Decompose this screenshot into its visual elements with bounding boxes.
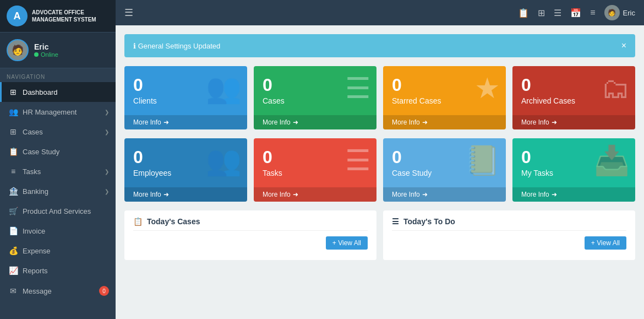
todays-cases-footer: + View All [133,236,368,250]
card-cases: 0 Cases ☰ More Info ➜ [254,66,376,129]
topbar-calendar-icon[interactable]: 📅 [570,8,581,18]
sidebar-item-invoice[interactable]: 📄 Invoice [0,221,116,241]
user-name: Eric [34,42,58,51]
tasks-bg-icon: ☰ [345,144,371,177]
user-section: 🧑 Eric Online [0,33,116,68]
employees-more-info[interactable]: More Info ➜ [124,187,247,202]
app-logo: A ADVOCATE OFFICE MANAGEMENT SYSTEM [0,0,116,33]
starred-icon: ★ [474,72,500,105]
card-clients: 0 Clients 👥 More Info ➜ [124,66,247,129]
todays-todo-footer: + View All [392,236,626,250]
topbar-menu-icon[interactable]: ≡ [590,8,595,18]
my-tasks-icon: 📥 [594,144,630,177]
logo-icon: A [7,6,28,26]
card-my-tasks: 0 My Tasks 📥 More Info ➜ [512,138,635,202]
banking-icon: 🏦 [8,187,18,196]
todays-todo-header: ☰ Today's To Do [392,217,626,231]
tasks-more-info[interactable]: More Info ➜ [254,187,376,202]
status-dot [34,52,39,57]
hamburger-button[interactable]: ☰ [124,7,133,19]
topbar-username: Eric [623,9,635,17]
sidebar: A ADVOCATE OFFICE MANAGEMENT SYSTEM 🧑 Er… [0,0,116,319]
hr-icon: 👥 [8,107,18,116]
alert-icon: ℹ [133,42,138,50]
alert-banner: ℹ General Settings Updated × [124,34,635,57]
sidebar-item-banking[interactable]: 🏦 Banking ❯ [0,181,116,201]
arrow-icon: ❯ [105,109,109,115]
page-content: ℹ General Settings Updated × 0 Clients 👥… [116,25,644,319]
cases-more-info[interactable]: More Info ➜ [254,115,376,129]
arrow-icon: ❯ [105,169,109,175]
topbar: ☰ 📋 ⊞ ☰ 📅 ≡ 🧑 Eric [116,0,644,25]
cases-panel-icon: 📋 [133,217,143,226]
nav-label: Navigation [0,68,116,82]
employees-icon: 👥 [206,144,242,177]
todays-cases-header: 📋 Today's Cases [133,217,368,231]
avatar: 🧑 [7,39,29,61]
cards-row-1: 0 Clients 👥 More Info ➜ 0 Cases ☰ More I… [124,66,635,129]
product-icon: 🛒 [8,207,18,215]
clients-more-info[interactable]: More Info ➜ [124,115,247,129]
todo-view-all-button[interactable]: + View All [585,236,626,250]
sidebar-item-product-services[interactable]: 🛒 Product And Services [0,201,116,221]
topbar-user[interactable]: 🧑 Eric [604,5,635,20]
cases-bg-icon: ☰ [345,72,371,105]
invoice-icon: 📄 [8,226,18,235]
todo-panel-icon: ☰ [392,217,399,226]
card-starred-cases: 0 Starred Cases ★ More Info ➜ [383,66,506,129]
topbar-grid-icon[interactable]: ⊞ [538,8,545,18]
card-archived-cases: 0 Archived Cases 🗂 More Info ➜ [512,66,635,129]
app-name: ADVOCATE OFFICE MANAGEMENT SYSTEM [32,9,96,23]
case-study-icon: 📋 [8,147,18,156]
case-study-more-info[interactable]: More Info ➜ [383,187,506,202]
arrow-icon: ❯ [105,129,109,135]
archived-icon: 🗂 [601,72,630,105]
sidebar-item-case-study[interactable]: 📋 Case Study [0,142,116,161]
user-status: Online [34,51,58,58]
cards-row-2: 0 Employees 👥 More Info ➜ 0 Tasks ☰ More… [124,138,635,202]
topbar-list-icon[interactable]: ☰ [554,8,561,18]
starred-more-info[interactable]: More Info ➜ [383,115,506,129]
message-badge: 0 [99,286,109,296]
expense-icon: 💰 [8,246,18,255]
sidebar-item-hr-management[interactable]: 👥 HR Management ❯ [0,102,116,122]
message-icon: ✉ [8,286,18,295]
cases-icon: ⊞ [8,127,18,136]
sidebar-item-reports[interactable]: 📈 Reports [0,261,116,280]
topbar-clipboard-icon[interactable]: 📋 [518,8,529,18]
main-content: ☰ 📋 ⊞ ☰ 📅 ≡ 🧑 Eric ℹ General Settings Up… [116,0,644,319]
arrow-icon: ❯ [105,188,109,194]
dashboard-icon: ⊞ [8,88,18,96]
tasks-icon: ≡ [8,167,18,176]
cases-view-all-button[interactable]: + View All [326,236,368,250]
alert-message: ℹ General Settings Updated [133,42,220,50]
card-case-study: 0 Case Study 📒 More Info ➜ [383,138,506,202]
card-tasks: 0 Tasks ☰ More Info ➜ [254,138,376,202]
bottom-panels: 📋 Today's Cases + View All ☰ Today's To … [124,210,635,260]
topbar-avatar: 🧑 [604,5,620,20]
alert-close-button[interactable]: × [621,41,626,51]
sidebar-item-message[interactable]: ✉ Message 0 [0,280,116,301]
my-tasks-more-info[interactable]: More Info ➜ [512,187,635,202]
todays-cases-panel: 📋 Today's Cases + View All [124,210,376,260]
archived-more-info[interactable]: More Info ➜ [512,115,635,129]
card-employees: 0 Employees 👥 More Info ➜ [124,138,247,202]
todays-todo-panel: ☰ Today's To Do + View All [383,210,635,260]
sidebar-item-cases[interactable]: ⊞ Cases ❯ [0,122,116,142]
sidebar-item-expense[interactable]: 💰 Expense [0,241,116,261]
case-study-icon: 📒 [465,144,500,177]
reports-icon: 📈 [8,266,18,275]
sidebar-item-dashboard[interactable]: ⊞ Dashboard [0,82,116,102]
sidebar-item-tasks[interactable]: ≡ Tasks ❯ [0,161,116,181]
clients-icon: 👥 [206,72,242,105]
